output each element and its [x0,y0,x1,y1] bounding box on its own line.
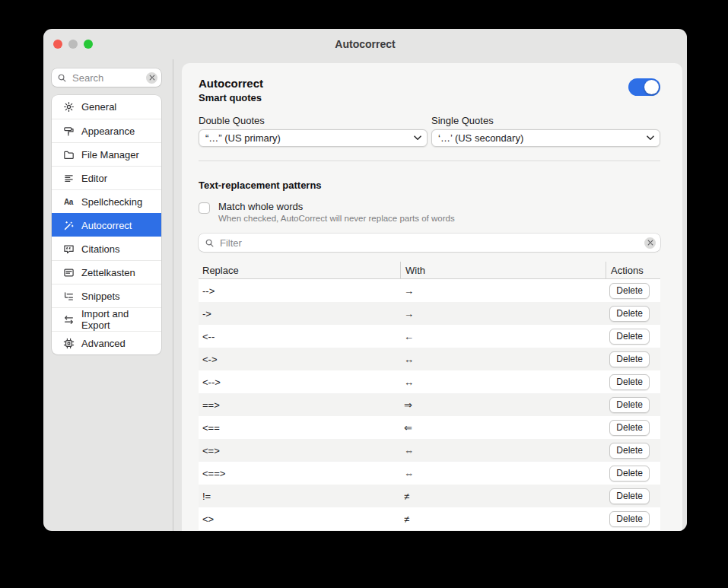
search-icon [57,73,67,83]
with-cell: ⇐ [400,422,606,434]
smart-quotes-subtitle: Smart quotes [199,92,263,104]
replace-cell: <> [199,513,400,525]
single-quotes-select[interactable]: ‘…’ (US secondary) [431,129,660,147]
sidebar-nav: General Appearance File Manager Editor A… [52,95,161,354]
delete-button[interactable]: Delete [609,329,650,345]
close-button[interactable] [53,40,62,49]
match-whole-words-checkbox[interactable] [199,202,210,214]
filter-clear-icon[interactable] [644,237,656,249]
sidebar-item-label: Import and Export [81,308,157,331]
table-row: != ≠ Delete [199,485,660,507]
toggle-knob [644,80,659,94]
sidebar-item-import-and-export[interactable]: Import and Export [52,307,161,331]
delete-button[interactable]: Delete [609,466,650,482]
sidebar-item-label: Advanced [81,338,126,349]
double-quotes-select[interactable]: “…” (US primary) [199,129,428,147]
delete-button[interactable]: Delete [609,351,650,367]
sidebar-item-autocorrect[interactable]: Autocorrect [52,213,161,237]
folder-icon [62,148,75,161]
minimize-button[interactable] [68,40,78,49]
traffic-lights [53,29,93,59]
table-row: <--> ↔ Delete [199,370,660,393]
sidebar-item-label: Spellchecking [81,196,142,208]
sidebar-item-general[interactable]: General [52,95,161,119]
zoom-button[interactable] [84,40,93,49]
preferences-window: Autocorrect General Appearance [43,29,687,531]
sidebar-item-label: Zettelkasten [81,267,135,278]
filter-search-icon [205,238,215,248]
with-cell: ⇒ [400,399,606,411]
match-whole-words-hint: When checked, AutoCorrect will never rep… [218,214,455,224]
quote-bubble-icon [62,243,75,255]
filter-input[interactable] [218,237,644,250]
gear-icon [62,101,75,113]
table-row: <==> ⇔ Delete [199,462,660,485]
snippet-indent-icon [62,290,75,302]
window-title: Autocorrect [335,38,395,50]
sidebar-item-snippets[interactable]: Snippets [52,284,161,307]
sidebar-item-label: Editor [81,173,107,184]
replace-cell: ==> [199,399,400,411]
with-cell: ↔ [400,354,606,365]
sidebar-item-file-manager[interactable]: File Manager [52,142,161,166]
sidebar-item-spellchecking[interactable]: Aa Spellchecking [52,189,161,213]
search-input[interactable] [71,72,146,84]
sidebar-item-label: Snippets [81,291,120,302]
table-body: --> → Delete -> → Delete <-- ← Delete <-… [199,279,660,531]
autocorrect-toggle[interactable] [628,78,660,96]
title-bar: Autocorrect [43,29,687,59]
with-cell: ← [400,331,606,342]
table-row: --> → Delete [199,279,660,302]
sidebar-item-appearance[interactable]: Appearance [52,119,161,142]
page-title: Autocorrect [199,77,263,91]
replacement-table: Replace With Actions --> → Delete -> → D… [199,262,660,531]
column-header-with: With [400,262,606,278]
single-quotes-label: Single Quotes [431,115,660,126]
replace-cell: <==> [199,468,400,479]
table-row: -> → Delete [199,302,660,325]
replace-cell: --> [199,285,400,297]
delete-button[interactable]: Delete [609,306,650,322]
sidebar-item-label: File Manager [81,149,139,161]
sidebar: General Appearance File Manager Editor A… [43,59,173,531]
delete-button[interactable]: Delete [609,374,650,390]
delete-button[interactable]: Delete [609,283,650,299]
sidebar-item-label: Citations [81,243,120,255]
table-header: Replace With Actions [199,262,660,279]
aa-icon: Aa [62,195,75,208]
patterns-section-title: Text-replacement patterns [199,180,660,191]
table-row: <== ⇐ Delete [199,416,660,439]
section-divider [199,161,660,161]
swap-arrows-icon [62,313,75,326]
sidebar-item-advanced[interactable]: Advanced [52,331,161,354]
delete-button[interactable]: Delete [609,488,650,504]
with-cell: → [400,285,606,297]
with-cell: → [400,308,606,319]
text-lines-icon [62,172,75,184]
delete-button[interactable]: Delete [609,420,650,436]
table-row: ==> ⇒ Delete [199,393,660,416]
filter-field[interactable] [199,234,660,252]
delete-button[interactable]: Delete [609,443,650,459]
sidebar-item-label: Appearance [81,126,135,137]
sidebar-item-editor[interactable]: Editor [52,166,161,189]
replace-cell: != [199,491,400,502]
sidebar-search-field[interactable] [52,68,161,87]
delete-button[interactable]: Delete [609,397,650,413]
table-row: <=> ⇔ Delete [199,439,660,462]
sidebar-item-label: General [81,101,116,113]
with-cell: ≠ [400,491,606,502]
replace-cell: <--> [199,377,400,388]
autocorrect-panel: Autocorrect Smart quotes Double Quotes “… [182,63,682,531]
sidebar-item-citations[interactable]: Citations [52,237,161,260]
delete-button[interactable]: Delete [609,511,650,527]
with-cell: ⇔ [400,468,606,479]
column-header-replace: Replace [199,262,400,278]
double-quotes-label: Double Quotes [199,115,428,126]
magic-wand-icon [62,219,75,231]
search-clear-icon[interactable] [146,72,157,84]
replace-cell: <== [199,422,400,434]
sidebar-item-zettelkasten[interactable]: Zettelkasten [52,260,161,284]
with-cell: ⇔ [400,445,606,456]
table-row: <-- ← Delete [199,325,660,348]
